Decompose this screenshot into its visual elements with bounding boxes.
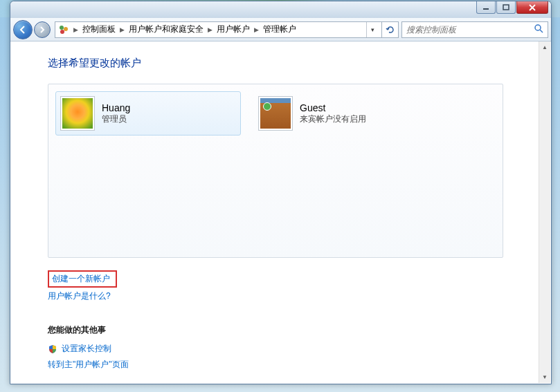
avatar <box>258 96 293 131</box>
breadcrumb-bar[interactable]: ▶ 控制面板 ▶ 用户帐户和家庭安全 ▶ 用户帐户 ▶ 管理帐户 ▾ <box>55 21 382 38</box>
scroll-up-button[interactable]: ▲ <box>539 41 550 53</box>
account-tile-huang[interactable]: Huang 管理员 <box>55 91 241 136</box>
svg-point-4 <box>60 30 64 34</box>
breadcrumb-item-2[interactable]: 用户帐户 <box>214 24 253 35</box>
account-desc: 来宾帐户没有启用 <box>300 113 366 125</box>
account-tile-guest[interactable]: Guest 来宾帐户没有启用 <box>253 91 439 136</box>
parental-controls-link[interactable]: 设置家长控制 <box>62 343 111 355</box>
avatar <box>60 96 95 131</box>
scroll-track[interactable] <box>539 53 550 371</box>
search-input[interactable] <box>406 25 534 35</box>
maximize-button[interactable] <box>496 1 516 14</box>
breadcrumb-separator[interactable]: ▶ <box>118 26 126 33</box>
what-is-account-link[interactable]: 用户帐户是什么? <box>48 290 111 302</box>
breadcrumb-item-1[interactable]: 用户帐户和家庭安全 <box>126 24 206 35</box>
flower-icon <box>62 98 93 129</box>
search-box[interactable] <box>401 21 548 38</box>
account-desc: 管理员 <box>102 113 130 125</box>
forward-button[interactable] <box>34 21 51 38</box>
accounts-panel: Huang 管理员 Guest 来宾帐户没有启用 <box>48 84 503 258</box>
account-name: Huang <box>102 102 130 113</box>
shield-icon <box>48 344 57 354</box>
page-title: 选择希望更改的帐户 <box>48 57 551 70</box>
search-icon[interactable] <box>534 24 543 35</box>
vertical-scrollbar[interactable]: ▲ ▼ <box>539 41 550 383</box>
links-section: 创建一个新帐户 用户帐户是什么? 您能做的其他事 设置家长控制 转到主"用户帐户… <box>48 270 551 375</box>
breadcrumb-item-0[interactable]: 控制面板 <box>80 24 118 35</box>
account-info: Guest 来宾帐户没有启用 <box>300 102 366 125</box>
scroll-down-button[interactable]: ▼ <box>539 371 550 383</box>
breadcrumb-dropdown[interactable]: ▾ <box>366 22 379 37</box>
minimize-button[interactable] <box>476 1 496 14</box>
explorer-window: ▶ 控制面板 ▶ 用户帐户和家庭安全 ▶ 用户帐户 ▶ 管理帐户 ▾ 选择希望更… <box>10 1 552 384</box>
goto-main-link[interactable]: 转到主"用户帐户"页面 <box>48 359 129 371</box>
svg-point-5 <box>535 25 541 30</box>
breadcrumb-item-3[interactable]: 管理帐户 <box>260 24 299 35</box>
titlebar[interactable] <box>10 1 551 18</box>
breadcrumb-separator[interactable]: ▶ <box>72 26 80 33</box>
close-button[interactable] <box>516 1 548 14</box>
user-accounts-icon <box>58 24 69 35</box>
navigation-bar: ▶ 控制面板 ▶ 用户帐户和家庭安全 ▶ 用户帐户 ▶ 管理帐户 ▾ <box>10 18 551 41</box>
svg-rect-1 <box>503 5 509 10</box>
account-name: Guest <box>300 102 366 113</box>
highlighted-link-box: 创建一个新帐户 <box>48 270 117 288</box>
content-area: 选择希望更改的帐户 Huang 管理员 Guest 来宾帐户没有启用 创建一个新… <box>10 41 551 384</box>
svg-point-3 <box>64 27 68 31</box>
svg-point-2 <box>60 26 64 30</box>
breadcrumb-separator[interactable]: ▶ <box>253 26 260 33</box>
other-actions-heading: 您能做的其他事 <box>48 324 551 336</box>
create-account-link[interactable]: 创建一个新帐户 <box>52 273 110 285</box>
refresh-button[interactable] <box>382 21 399 38</box>
suitcase-icon <box>260 98 291 129</box>
window-controls <box>476 1 548 14</box>
svg-rect-0 <box>483 8 489 10</box>
account-info: Huang 管理员 <box>102 102 130 125</box>
breadcrumb-separator[interactable]: ▶ <box>206 26 214 33</box>
back-button[interactable] <box>13 20 33 39</box>
